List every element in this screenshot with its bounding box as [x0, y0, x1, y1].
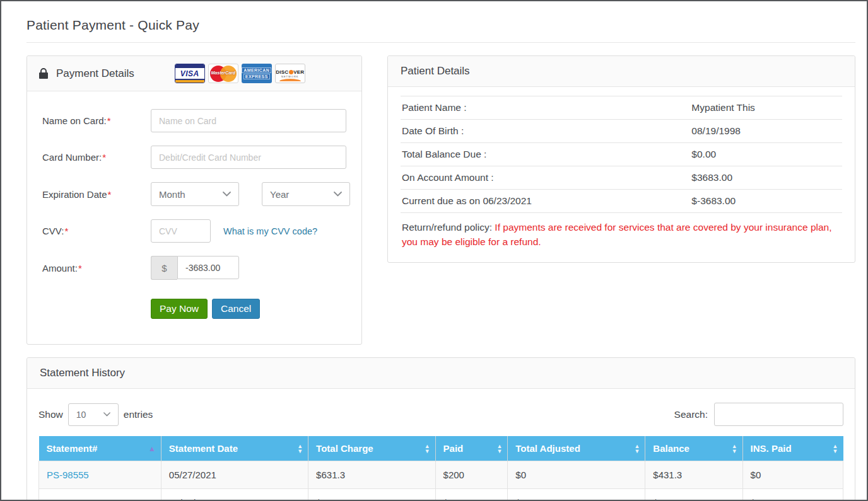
required-asterisk: *	[78, 263, 82, 274]
balance-cell: $431.3	[645, 489, 742, 501]
amount-label: Amount:*	[42, 263, 151, 274]
statement-history-title: Statement History	[40, 367, 125, 379]
amount-row: Amount:* $	[42, 256, 346, 280]
card-number-row: Card Number:*	[42, 146, 346, 169]
patient-name-row: Patient Name : Mypatient This	[401, 96, 842, 120]
statement-table: Statement#▲ Statement Date▲▼ Total Charg…	[38, 436, 843, 501]
statement-history-body: Show 10 entries Search: Statement#▲	[27, 389, 855, 501]
chevron-down-icon	[103, 412, 110, 417]
table-controls: Show 10 entries Search:	[38, 403, 843, 426]
column-header-statement-number[interactable]: Statement#▲	[39, 436, 161, 461]
paid-cell: $200	[435, 489, 508, 501]
total-balance-due-row: Total Balance Due : $0.00	[401, 143, 842, 166]
on-account-amount-row: On Account Amount : $3683.00	[401, 166, 842, 190]
sort-ascending-icon[interactable]: ▲	[148, 445, 156, 452]
entries-label: entries	[124, 409, 153, 420]
refund-policy: Return/refund policy: If payments are re…	[401, 213, 842, 250]
refund-policy-label: Return/refund policy:	[402, 222, 492, 233]
page-size-select[interactable]: 10	[68, 403, 119, 426]
total-balance-due-value: $0.00	[691, 149, 841, 160]
search-input[interactable]	[714, 403, 843, 426]
sort-icon[interactable]: ▲▼	[496, 444, 502, 454]
ins-paid-cell: $0	[742, 489, 843, 501]
patient-details-title: Patient Details	[401, 65, 470, 78]
chevron-down-icon	[223, 192, 231, 197]
amex-card-icon: AMERICAN EXPRESS	[242, 64, 272, 83]
statement-link[interactable]: PS-98556	[39, 489, 161, 501]
patient-details-header: Patient Details	[388, 56, 855, 87]
ins-paid-cell: $0	[742, 461, 843, 489]
page-size-control: Show 10 entries	[38, 403, 153, 426]
card-number-label: Card Number:*	[42, 152, 151, 163]
cvv-help-link[interactable]: What is my CVV code?	[223, 226, 317, 236]
cancel-button[interactable]: Cancel	[212, 299, 260, 319]
name-on-card-input[interactable]	[151, 109, 346, 132]
patient-details-body: Patient Name : Mypatient This Date Of Bi…	[388, 87, 855, 262]
statement-date-cell: 05/27/2021	[161, 489, 308, 501]
date-of-birth-value: 08/19/1998	[691, 125, 841, 137]
total-charge-cell: $631.3	[308, 461, 435, 489]
sort-icon[interactable]: ▲▼	[634, 444, 640, 454]
cvv-label: CVV:*	[42, 226, 151, 236]
column-header-total-adjusted[interactable]: Total Adjusted▲▼	[508, 436, 645, 461]
total-adjusted-cell: $0	[508, 489, 645, 501]
show-label: Show	[38, 409, 63, 420]
statement-history-panel: Statement History Show 10 entries Search…	[26, 357, 855, 501]
payment-details-title: Payment Details	[56, 67, 134, 80]
paid-cell: $200	[435, 461, 508, 489]
current-due-row: Current due as on 06/23/2021 $-3683.00	[401, 190, 842, 213]
required-asterisk: *	[64, 226, 68, 236]
chevron-down-icon	[334, 192, 342, 197]
name-on-card-row: Name on Card:*	[42, 109, 346, 132]
amount-input[interactable]	[177, 256, 239, 279]
table-row: PS-98555 05/27/2021 $631.3 $200 $0 $431.…	[39, 461, 843, 489]
cvv-input[interactable]	[151, 219, 211, 243]
column-header-paid[interactable]: Paid▲▼	[435, 436, 508, 461]
page-content: Patient Payment - Quick Pay Payment Deta…	[1, 1, 867, 501]
date-of-birth-row: Date Of Birth : 08/19/1998	[401, 120, 842, 143]
form-actions: Pay Now Cancel	[151, 299, 346, 319]
statement-date-cell: 05/27/2021	[161, 461, 308, 489]
payment-form: Name on Card:* Card Number:* Expiration …	[27, 91, 361, 344]
discover-card-icon: DISCVER NETWORK	[275, 64, 305, 83]
cvv-row: CVV:* What is my CVV code?	[42, 219, 346, 243]
payment-details-panel: Payment Details VISA MasterCard AMERICAN…	[26, 55, 362, 345]
expiration-month-select[interactable]: Month	[151, 182, 239, 206]
total-adjusted-cell: $0	[508, 461, 645, 489]
expiration-year-select[interactable]: Year	[262, 182, 350, 206]
visa-card-icon: VISA	[175, 64, 205, 83]
pay-now-button[interactable]: Pay Now	[151, 299, 208, 319]
current-due-value: $-3683.00	[691, 195, 841, 207]
required-asterisk: *	[108, 189, 112, 200]
search-control: Search:	[674, 403, 843, 426]
required-asterisk: *	[107, 115, 111, 126]
payment-details-header: Payment Details VISA MasterCard AMERICAN…	[27, 56, 361, 91]
column-header-ins-paid[interactable]: INS. Paid▲▼	[742, 436, 843, 461]
statement-link[interactable]: PS-98555	[39, 461, 161, 489]
total-charge-cell: $631.3	[308, 489, 435, 501]
statement-history-header: Statement History	[27, 358, 855, 389]
column-header-total-charge[interactable]: Total Charge▲▼	[308, 436, 435, 461]
expiration-date-row: Expiration Date* Month Year	[42, 182, 346, 206]
patient-name-value: Mypatient This	[691, 102, 841, 113]
name-on-card-label: Name on Card:*	[42, 115, 151, 126]
sort-icon[interactable]: ▲▼	[297, 444, 303, 454]
currency-addon: $	[151, 256, 177, 280]
required-asterisk: *	[102, 152, 106, 163]
sort-icon[interactable]: ▲▼	[833, 444, 838, 454]
statement-table-header-row: Statement#▲ Statement Date▲▼ Total Charg…	[39, 436, 843, 461]
search-label: Search:	[674, 409, 708, 420]
patient-details-panel: Patient Details Patient Name : Mypatient…	[387, 55, 855, 263]
accepted-cards: VISA MasterCard AMERICAN EXPRESS DISCVER…	[175, 64, 305, 83]
column-header-statement-date[interactable]: Statement Date▲▼	[161, 436, 308, 461]
table-row: PS-98556 05/27/2021 $631.3 $200 $0 $431.…	[39, 489, 843, 501]
title-divider	[26, 42, 855, 43]
column-header-balance[interactable]: Balance▲▼	[645, 436, 742, 461]
mastercard-card-icon: MasterCard	[208, 64, 238, 83]
page-title: Patient Payment - Quick Pay	[26, 18, 855, 33]
card-number-input[interactable]	[151, 146, 346, 169]
sort-icon[interactable]: ▲▼	[425, 444, 430, 454]
lock-icon	[38, 68, 49, 79]
sort-icon[interactable]: ▲▼	[732, 444, 737, 454]
balance-cell: $431.3	[645, 461, 742, 489]
